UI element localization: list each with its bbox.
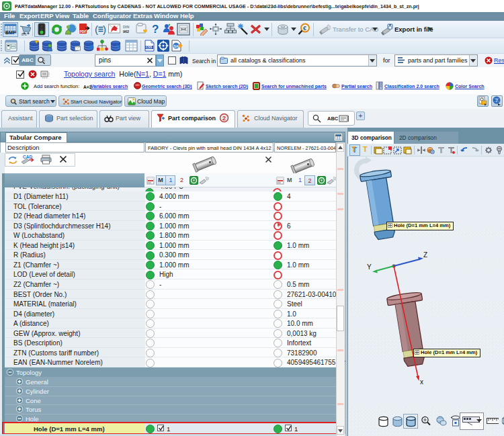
- svg-text:DIN: DIN: [123, 25, 130, 29]
- svg-text:2: 2: [222, 115, 226, 122]
- svg-text:?: ?: [495, 97, 499, 103]
- svg-text:CSS: CSS: [146, 46, 152, 49]
- svg-text:PDF: PDF: [80, 30, 87, 34]
- svg-text:Z: Z: [423, 251, 427, 259]
- svg-text:876: 876: [22, 33, 27, 36]
- svg-text:x: x: [420, 378, 423, 386]
- svg-text:): ): [103, 24, 106, 35]
- svg-text:BMP: BMP: [5, 30, 16, 35]
- svg-text:962: 962: [123, 30, 129, 34]
- svg-text:Y: Y: [367, 263, 372, 271]
- svg-text:(: (: [95, 24, 98, 35]
- svg-text:?: ?: [116, 44, 120, 52]
- svg-text:€: €: [303, 25, 306, 32]
